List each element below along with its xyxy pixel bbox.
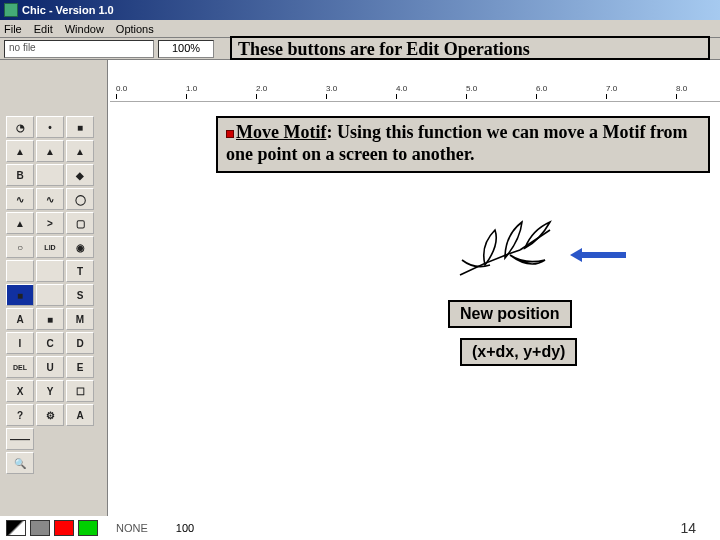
tool-circle-icon[interactable]: ◯ [66, 188, 94, 210]
status-none: NONE [116, 522, 148, 534]
tool-arrow-icon[interactable]: > [36, 212, 64, 234]
tool-blank[interactable] [36, 164, 64, 186]
tool-ring-icon[interactable]: ○ [6, 236, 34, 258]
tool-fill-icon[interactable]: ■ [36, 308, 64, 330]
tool-b-icon[interactable]: B [6, 164, 34, 186]
tool-square-icon[interactable]: ■ [66, 116, 94, 138]
tool-x-icon[interactable]: X [6, 380, 34, 402]
tool-c-icon[interactable]: C [36, 332, 64, 354]
ruler-tick: 8.0 [676, 84, 687, 93]
window-titlebar: Chic - Version 1.0 [0, 0, 720, 20]
tool-d-icon[interactable]: D [66, 332, 94, 354]
zoom-field[interactable]: 100% [158, 40, 214, 58]
ruler-tick: 6.0 [536, 84, 547, 93]
statusbar: NONE 100 [0, 516, 720, 540]
tool-diamond-icon[interactable]: ◆ [66, 164, 94, 186]
app-icon [4, 3, 18, 17]
arrow-left-icon [570, 248, 626, 262]
tool-color-icon[interactable]: ■ [6, 284, 34, 306]
page-number: 14 [680, 520, 696, 536]
ruler-tick: 2.0 [256, 84, 267, 93]
tool-blank[interactable] [6, 260, 34, 282]
tool-a-icon[interactable]: A [6, 308, 34, 330]
ruler-tick: 4.0 [396, 84, 407, 93]
tool-triangle-icon[interactable]: ▲ [6, 140, 34, 162]
tool-a2-icon[interactable]: A [66, 404, 94, 426]
tool-triangle-icon[interactable]: ▲ [36, 140, 64, 162]
tool-e-icon[interactable]: E [66, 356, 94, 378]
status-grey-icon[interactable] [30, 520, 50, 536]
tool-blank[interactable] [36, 260, 64, 282]
tool-dot-icon[interactable]: • [36, 116, 64, 138]
move-motif-description: Move Motif: Using this function we can m… [216, 116, 710, 173]
ruler-tick: 7.0 [606, 84, 617, 93]
tool-triangle-icon[interactable]: ▲ [6, 212, 34, 234]
tool-s-icon[interactable]: S [66, 284, 94, 306]
window-title: Chic - Version 1.0 [22, 4, 114, 16]
tool-target-icon[interactable]: ◉ [66, 236, 94, 258]
ruler-tick: 3.0 [326, 84, 337, 93]
tool-triangle-icon[interactable]: ▲ [66, 140, 94, 162]
menu-options[interactable]: Options [116, 23, 154, 35]
tool-blank[interactable] [36, 284, 64, 306]
tool-del-icon[interactable]: DEL [6, 356, 34, 378]
edit-ops-banner: These buttons are for Edit Operations [230, 36, 710, 60]
ruler-tick: 5.0 [466, 84, 477, 93]
tool-box-icon[interactable]: ☐ [66, 380, 94, 402]
tool-zoom-icon[interactable]: 🔍 [6, 452, 34, 474]
tool-wave-icon[interactable]: ∿ [6, 188, 34, 210]
coords-label: (x+dx, y+dy) [460, 338, 577, 366]
new-position-label: New position [448, 300, 572, 328]
tool-lid-icon[interactable]: LID [36, 236, 64, 258]
tool-line-icon[interactable]: —— [6, 428, 34, 450]
status-diag-icon[interactable] [6, 520, 26, 536]
status-red-swatch[interactable] [54, 520, 74, 536]
tool-gear-icon[interactable]: ⚙ [36, 404, 64, 426]
tool-y-icon[interactable]: Y [36, 380, 64, 402]
file-name-field[interactable]: no file [4, 40, 154, 58]
horizontal-ruler: 0.0 1.0 2.0 3.0 4.0 5.0 6.0 7.0 8.0 [110, 84, 720, 102]
tool-text-icon[interactable]: T [66, 260, 94, 282]
status-green-swatch[interactable] [78, 520, 98, 536]
tool-rect-icon[interactable]: ▢ [66, 212, 94, 234]
ruler-tick: 1.0 [186, 84, 197, 93]
menu-file[interactable]: File [4, 23, 22, 35]
tool-i-icon[interactable]: I [6, 332, 34, 354]
tool-wave-icon[interactable]: ∿ [36, 188, 64, 210]
bullet-icon [226, 130, 234, 138]
ruler-tick: 0.0 [116, 84, 127, 93]
tool-m-icon[interactable]: M [66, 308, 94, 330]
menu-window[interactable]: Window [65, 23, 104, 35]
tool-palette: ◔ • ■ ▲ ▲ ▲ B ◆ ∿ ∿ ◯ ▲ > ▢ ○ LID ◉ T ■ … [0, 60, 108, 516]
leaf-motif-graphic [450, 210, 570, 290]
tool-pie-icon[interactable]: ◔ [6, 116, 34, 138]
move-motif-title: Move Motif [236, 122, 326, 142]
tool-u-icon[interactable]: U [36, 356, 64, 378]
tool-help-icon[interactable]: ? [6, 404, 34, 426]
status-value: 100 [176, 522, 194, 534]
menu-edit[interactable]: Edit [34, 23, 53, 35]
